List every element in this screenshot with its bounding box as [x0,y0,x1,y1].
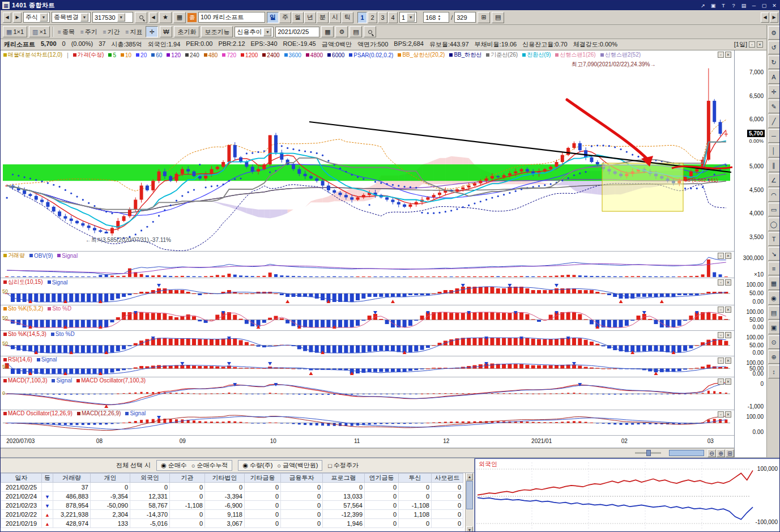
stock-code-input[interactable]: 317530▼ [92,12,133,23]
panel-close-icon[interactable]: ✕ [725,332,731,338]
crosshair-tool-icon[interactable]: ✛ [768,85,780,99]
hline-tool-icon[interactable]: ─ [768,129,780,143]
panel-close-icon[interactable]: ✕ [725,253,731,259]
calendar-icon[interactable]: ▦ [321,26,334,37]
column-header-일자[interactable]: 일자 [1,474,42,483]
search-icon[interactable] [135,12,147,23]
column-header-기타법인[interactable]: 기타법인 [205,474,245,483]
multi-chart-button-1[interactable]: 1 [357,12,367,23]
period-button-년[interactable]: 년 [304,12,316,23]
tool-settings-icon[interactable]: ⚙ [768,26,780,40]
won-price-button[interactable]: ₩ [160,26,172,37]
layout-1x1-button[interactable]: ▦1×1 [3,26,27,37]
redo-icon[interactable]: ↻ [768,56,780,69]
price-chart-canvas[interactable]: 최고7,090(2021/02/22),24.39%→←최저3,585(2020… [1,50,734,252]
new-window-icon[interactable]: ⊞ [478,12,490,23]
chevron-down-icon[interactable]: ▼ [407,13,415,22]
column-header-기관[interactable]: 기관 [170,474,205,483]
table-row[interactable]: 2021/02/22▲3,221,9382,304-14,37009,11800… [1,510,463,519]
snapshot-tool-icon[interactable]: ▣ [768,321,780,334]
panel-minimize-icon[interactable]: ▫ [718,332,724,338]
chevron-down-icon[interactable]: ▼ [40,13,48,22]
zoom-tool-icon[interactable]: ⊕ [768,350,780,364]
angle-tool-icon[interactable]: ∠ [768,173,780,187]
chevron-down-icon[interactable]: ▼ [263,28,271,36]
aux-function-button[interactable]: 보조기능 [201,26,233,37]
period-button-분[interactable]: 분 [317,12,329,23]
pencil-tool-icon[interactable]: ✎ [768,100,780,113]
column-header-등[interactable]: 등 [42,474,53,483]
indicator-canvas-psych[interactable] [1,278,734,305]
indicator-canvas-rsi[interactable] [1,356,734,377]
arrow-tool-icon[interactable]: ↘ [768,247,780,261]
radio-수량(주)[interactable]: ◉수량(주) [242,461,272,470]
panel-minimize-icon[interactable]: ▫ [718,253,724,259]
indicator-canvas-sto2[interactable] [1,331,734,356]
font-icon[interactable]: T [719,2,728,9]
multi-chart-button-3[interactable]: 3 [378,12,387,23]
radio-순매수누적[interactable]: ○순매수누적 [191,461,228,470]
scroll-up-icon[interactable]: ▲ [466,473,473,480]
panel-minimize-icon[interactable]: ▫ [718,52,724,58]
panel-minimize-icon[interactable]: ▫ [749,41,755,48]
settings-gear-icon[interactable]: ⚙ [335,26,348,37]
toggle-기간[interactable]: ≡기간 [101,26,122,37]
asset-type-select[interactable]: 주식▼ [23,12,50,23]
restore-icon[interactable]: ▢ [760,2,769,9]
zoom-slider-knob[interactable] [646,450,651,456]
list-tool-icon[interactable]: ≡ [768,262,780,275]
table-row[interactable]: 2021/02/19▲428,974133-5,01603,067001,946… [1,519,463,528]
favorite-star-icon[interactable]: ★ [159,12,172,23]
column-header-거래량[interactable]: 거래량 [53,474,91,483]
panel-close-icon[interactable]: ✕ [725,378,731,385]
panel-close-icon[interactable]: ✕ [725,52,731,58]
panel-minimize-icon[interactable]: ▫ [718,279,724,286]
panel-close-icon[interactable]: ✕ [725,357,731,364]
zoom-out-icon[interactable]: ⊖ [707,449,716,457]
trendline-tool-icon[interactable]: ╱ [768,114,780,128]
nav-forward-button[interactable]: ▶ [13,12,22,23]
credit-trend-select[interactable]: 신용추이▼ [235,27,274,37]
column-header-프로그램[interactable]: 프로그램 [323,474,365,483]
crosshair-button[interactable]: ✛ [146,26,158,37]
select-all-icon[interactable]: A [768,70,780,84]
column-header-금융투자[interactable]: 금융투자 [281,474,323,483]
undo-icon[interactable]: ↺ [768,41,780,54]
table-row[interactable]: 2021/02/23▼878,954-50,09058,767-1,108-6,… [1,501,463,510]
panel-minimize-icon[interactable]: ▫ [718,357,724,364]
table-row[interactable]: 2021/02/25370000000000 [1,483,463,492]
target-tool-icon[interactable]: ◉ [768,291,780,305]
print-icon[interactable]: ▤ [492,12,504,23]
vline-tool-icon[interactable]: │ [768,144,780,158]
period-button-월[interactable]: 월 [292,12,304,23]
multi-chart-button-4[interactable]: 4 [388,12,398,23]
chevron-down-icon[interactable]: ▼ [117,13,125,22]
total-bars-input[interactable]: 329 [454,12,476,23]
adjusted-price-checkbox[interactable]: □수정주가 [328,461,359,470]
parallel-tool-icon[interactable]: ∥ [768,159,780,172]
table-vertical-scrollbar[interactable]: ▲ ▼ [465,473,474,532]
external-link-icon[interactable]: ↗ [698,2,707,9]
spinner-icon[interactable]: ▲▼ [437,14,442,21]
period-button-주[interactable]: 주 [279,12,291,23]
rect-tool-icon[interactable]: ▭ [768,203,780,216]
help-icon[interactable]: ? [729,2,738,9]
date-input[interactable]: 2021/02/25 [275,27,319,37]
radio-순매수[interactable]: ◉순매수 [161,461,187,470]
popup-icon[interactable]: ▣ [709,2,718,9]
column-header-사모펀드[interactable]: 사모펀드 [432,474,463,483]
chevron-down-icon[interactable]: ▼ [80,13,88,22]
indicator-canvas-sto1[interactable] [1,305,734,331]
arc-tool-icon[interactable]: ◠ [768,188,780,202]
column-header-개인[interactable]: 개인 [91,474,130,483]
panel-close-icon[interactable]: ✕ [725,411,731,418]
chart-style-icon[interactable]: ▤ [349,26,362,37]
layout-icon[interactable]: ▤ [739,2,748,9]
zoom-fit-icon[interactable]: ⊞ [726,449,734,457]
toolbar-scroll-left-icon[interactable]: ◀ [761,12,769,23]
toggle-종목[interactable]: ≡종목 [56,26,76,37]
radio-금액(백만원)[interactable]: ○금액(백만원) [277,461,318,470]
refresh-tool-icon[interactable]: ⊙ [768,335,780,349]
table-row[interactable]: 2021/02/24▼486,883-9,35412,3310-3,394001… [1,492,463,501]
grid-tool-icon[interactable]: ▦ [768,276,780,290]
